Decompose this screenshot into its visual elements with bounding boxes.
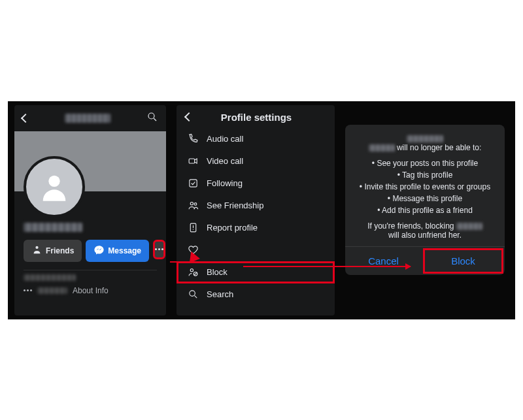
menu-audio-call[interactable]: Audio call xyxy=(177,128,335,150)
people-icon xyxy=(187,200,199,212)
svg-line-1 xyxy=(154,118,156,121)
list-item: See your posts on this profile xyxy=(372,159,478,168)
friends-button[interactable]: Friends xyxy=(24,240,82,262)
svg-point-14 xyxy=(189,291,195,297)
phone-icon xyxy=(187,133,199,145)
back-icon[interactable] xyxy=(184,112,194,121)
block-confirm-dialog: will no longer be able to: See your post… xyxy=(345,125,505,275)
profile-panel: Friends Message About Info xyxy=(14,105,166,315)
profile-settings-panel: Profile settings Audio call Video call F… xyxy=(177,105,335,315)
dialog-footer-line: If you're friends, blocking will also un… xyxy=(353,221,497,240)
menu-label: Report profile xyxy=(207,223,258,233)
menu-label: Block xyxy=(207,267,228,277)
avatar xyxy=(24,156,85,218)
svg-rect-4 xyxy=(189,159,195,163)
dialog-text: will no longer be able to: xyxy=(397,143,481,152)
dialog-text: If you're friends, blocking xyxy=(367,221,456,231)
tutorial-frame: Friends Message About Info Profile setti… xyxy=(8,101,515,319)
check-box-icon xyxy=(187,178,199,189)
svg-point-11 xyxy=(190,269,193,272)
menu-label: Following xyxy=(207,178,243,188)
cancel-button[interactable]: Cancel xyxy=(345,247,422,275)
list-item: Message this profile xyxy=(388,194,462,203)
svg-line-15 xyxy=(194,296,197,299)
person-icon xyxy=(31,244,42,257)
svg-point-3 xyxy=(35,246,38,248)
dialog-header-line: will no longer be able to: xyxy=(353,134,497,152)
magnifier-icon xyxy=(187,289,199,300)
friends-label: Friends xyxy=(46,246,74,255)
menu-report-profile[interactable]: Report profile xyxy=(177,217,335,239)
about-info-label: About Info xyxy=(73,286,109,295)
list-item: Tag this profile xyxy=(397,170,453,180)
menu-video-call[interactable]: Video call xyxy=(177,150,335,172)
menu-favorite[interactable] xyxy=(177,239,335,261)
menu-following[interactable]: Following xyxy=(177,172,335,195)
svg-rect-5 xyxy=(189,180,196,187)
svg-line-13 xyxy=(194,272,196,275)
menu-label: Search xyxy=(207,289,233,299)
report-icon xyxy=(187,222,199,234)
name-redacted xyxy=(369,144,395,152)
messenger-icon xyxy=(93,244,105,257)
menu-label: See Friendship xyxy=(207,201,263,210)
message-button[interactable]: Message xyxy=(86,240,149,262)
about-redacted xyxy=(37,287,67,294)
block-button[interactable]: Block xyxy=(423,248,503,274)
annotation-arrow xyxy=(243,266,411,267)
menu-label: Video call xyxy=(207,156,243,166)
profile-name-redacted xyxy=(65,114,110,123)
svg-point-0 xyxy=(148,113,154,119)
subtext-redacted xyxy=(24,274,76,281)
video-icon xyxy=(187,155,199,167)
search-icon[interactable] xyxy=(146,111,158,125)
svg-point-10 xyxy=(192,229,193,230)
list-item: Invite this profile to events or groups xyxy=(360,182,490,191)
svg-point-6 xyxy=(190,202,193,205)
message-label: Message xyxy=(108,246,141,255)
menu-see-friendship[interactable]: See Friendship xyxy=(177,195,335,217)
ellipsis-icon xyxy=(155,248,163,250)
ellipsis-icon xyxy=(24,289,32,291)
menu-block[interactable]: Block xyxy=(177,261,335,283)
name-redacted xyxy=(407,135,443,142)
menu-search[interactable]: Search xyxy=(177,283,335,306)
dialog-text: will also unfriend her. xyxy=(388,231,462,240)
settings-title: Profile settings xyxy=(199,112,314,123)
svg-point-2 xyxy=(48,175,59,186)
block-person-icon xyxy=(187,267,199,278)
svg-point-7 xyxy=(194,203,197,206)
about-row[interactable]: About Info xyxy=(14,281,166,300)
block-consequences-list: See your posts on this profile Tag this … xyxy=(353,159,497,215)
list-item: Add this profile as a friend xyxy=(377,206,473,215)
profile-name-redacted-2 xyxy=(24,223,82,232)
divider xyxy=(24,270,157,270)
more-options-button[interactable] xyxy=(153,240,165,259)
back-icon[interactable] xyxy=(21,113,30,122)
annotation-arrow xyxy=(170,261,192,263)
menu-label: Audio call xyxy=(207,134,243,144)
name-redacted xyxy=(456,223,482,230)
